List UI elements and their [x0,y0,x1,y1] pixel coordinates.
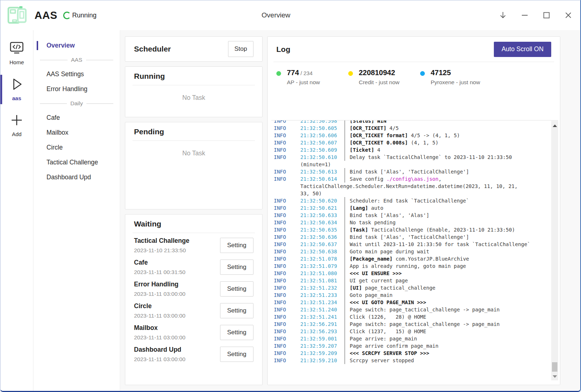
log-level: INFO [271,139,300,146]
app-logo-icon [5,4,28,26]
log-line: INFO21:32:56.293Click (1237, 15) @ HOME [271,328,549,335]
log-message-continuation: 33, 50) [300,190,322,197]
log-timestamp: 21:32:50.610 [300,154,345,161]
dashboard-stats: 774/ 234AP - just now220810942Credit - j… [268,62,560,86]
setting-button[interactable]: Setting [220,303,253,318]
log-message: Bind task ['Alas', 'TacticalChallenge'] [345,168,469,175]
log-timestamp: 21:32:59.207 [300,342,345,350]
log-timestamp: 21:32:51.234 [300,299,345,306]
close-button[interactable] [564,11,572,19]
rail-item-add[interactable]: Add [0,110,33,141]
waiting-row-error-handling: Error Handling2023-11-11 03:00:00Setting [134,278,253,300]
log-timestamp: 21:32:51.233 [300,291,345,299]
setting-button[interactable]: Setting [220,325,253,340]
nav-section-divider-aas: AAS [33,53,120,67]
status-text: Running [72,12,97,19]
stat-label: Pyroxene - just now [431,79,480,86]
icon-rail: HomeaasAdd [0,30,33,391]
log-level: INFO [271,226,300,233]
log-timestamp: 21:32:50.598 [300,120,345,124]
stat-dot-icon [420,71,425,76]
log-message: Click (1226, 28) @ HOME [345,313,426,320]
log-level: INFO [271,248,300,255]
log-timestamp: 21:32:59.209 [300,350,345,357]
nav-item-tactical-challenge[interactable]: Tactical Challenge [33,155,120,170]
scrollbar-up-button[interactable] [551,122,558,129]
task-info: Circle2023-11-11 03:00:00 [134,302,186,319]
pending-card: Pending No Task [125,122,263,209]
stat-pyroxene: 47125Pyroxene - just now [420,69,492,86]
setting-button[interactable]: Setting [220,347,253,362]
log-timestamp: 21:32:50.621 [300,204,345,212]
running-card: Running No Task [125,66,263,117]
log-line: TacticalChallenge.Scheduler.NextRun=date… [271,183,549,190]
app-window: AAS Running Overview HomeaasAdd Overview… [0,0,581,392]
log-level: INFO [271,120,300,124]
log-line: INFO21:32:56.291Page switch: page_tactic… [271,320,549,328]
log-scrollbar[interactable] [551,121,558,380]
log-line: INFO21:32:50.610Delay task `TacticalChal… [271,154,549,161]
nav-section-label: AAS [71,57,82,63]
nav-item-overview[interactable]: Overview [33,38,120,53]
rail-item-aas[interactable]: aas [0,74,33,105]
auto-scroll-button[interactable]: Auto Scroll ON [494,42,551,57]
log-timestamp: 21:32:51.081 [300,277,345,284]
stat-credit: 220810942Credit - just now [348,69,420,86]
nav-item-circle[interactable]: Circle [33,140,120,155]
log-line: INFO21:32:51.080<<< UI ENSURE >>> [271,270,549,277]
log-level: INFO [271,284,300,291]
log-timestamp: 21:32:50.605 [300,124,345,132]
setting-button[interactable]: Setting [220,238,253,253]
log-level: INFO [271,270,300,277]
log-level: INFO [271,197,300,204]
stat-total: / 234 [300,70,312,76]
scrollbar-down-button[interactable] [551,373,558,380]
stop-button[interactable]: Stop [228,41,253,57]
nav-item-aas-settings[interactable]: AAS Settings [33,67,120,82]
task-name: Dashboard Upd [134,346,186,354]
log-level: INFO [271,277,300,284]
log-timestamp: 21:32:51.240 [300,306,345,313]
nav-section-divider-daily: Daily [33,97,120,110]
setting-button[interactable]: Setting [220,260,253,275]
stat-dot-icon [348,71,353,76]
log-timestamp: 21:32:50.636 [300,233,345,241]
active-indicator-bar [0,75,2,104]
log-level: INFO [271,154,300,161]
setting-button[interactable]: Setting [220,281,253,297]
nav-item-error-handling[interactable]: Error Handling [33,82,120,97]
stat-content: 47125Pyroxene - just now [431,69,480,86]
log-message: <<< UI GOTO PAGE_MAIN >>> [345,299,426,306]
log-message: Click (1237, 15) @ HOME [345,328,426,335]
log-timestamp: 21:32:59.001 [300,335,345,342]
task-info: Dashboard Upd2023-11-11 03:00:00 [134,346,186,363]
minimize-button[interactable] [521,11,529,19]
log-level: INFO [271,262,300,270]
log-line: INFO21:32:59.210Scrcpy server stopped [271,357,549,364]
log-line: INFO21:32:50.635[Task] TacticalChallenge… [271,226,549,233]
stat-dot-icon [276,71,281,76]
log-message: [Ticket] 4 [345,146,380,154]
log-line: INFO21:32:51.240Page switch: page_tactic… [271,306,549,313]
log-line: INFO21:32:50.613Bind task ['Alas', 'Tact… [271,168,549,175]
log-level: INFO [271,350,300,357]
log-console[interactable]: INFO21:32:50.598[Status] WININFO21:32:50… [271,120,558,380]
scrollbar-thumb[interactable] [552,362,557,372]
active-indicator-bar [37,41,38,50]
log-line: INFO21:32:59.209<<< SCRCPY SERVER STOP >… [271,350,549,357]
log-timestamp: 21:32:50.638 [300,248,345,255]
log-message: [OCR_TICKET 0.008s] (4, 1, 5) [345,139,438,146]
task-name: Error Handling [134,281,186,288]
hide-window-button[interactable] [499,11,507,19]
nav-item-mailbox[interactable]: Mailbox [33,125,120,140]
log-level: INFO [271,299,300,306]
log-line: 33, 50) [271,190,549,197]
task-next-run: 2023-11-10 21:33:50 [134,247,189,254]
stat-ap: 774/ 234AP - just now [276,69,348,86]
log-line: INFO21:32:50.633Bind task ['Alas', 'Alas… [271,212,549,219]
stat-value-row: 774/ 234 [287,69,320,77]
nav-item-dashboard-upd[interactable]: Dashboard Upd [33,170,120,185]
nav-item-cafe[interactable]: Cafe [33,110,120,125]
rail-item-home[interactable]: Home [0,38,33,69]
maximize-button[interactable] [543,11,550,19]
